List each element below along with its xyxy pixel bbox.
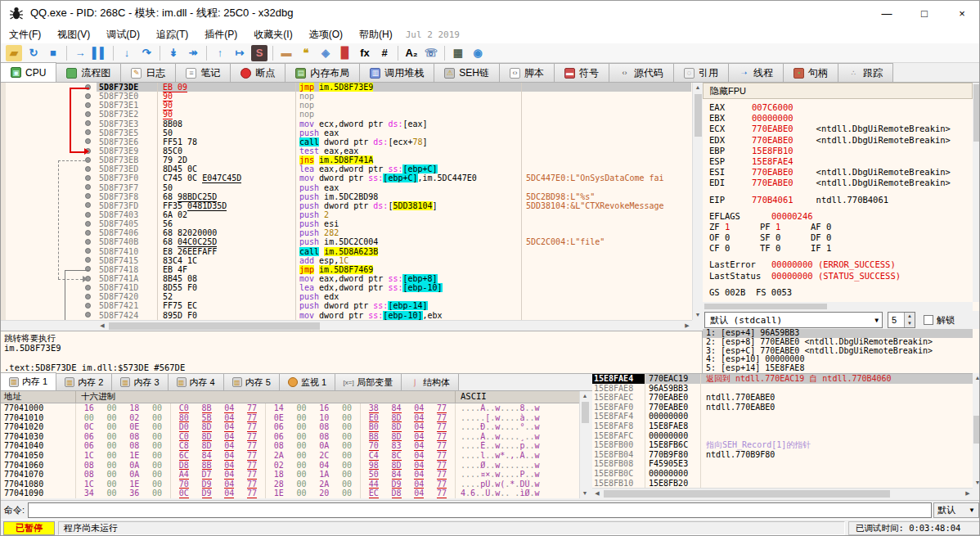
disasm-row[interactable]: 5D8F741583C4 1Cadd esp,1C <box>1 256 702 265</box>
tab-笔记[interactable]: ≡笔记 <box>175 63 231 82</box>
registers-vertical-scrollbar[interactable] <box>973 83 980 302</box>
disasm-row[interactable]: 5D8F7418EB 4Fjmp im.5D8F7469 <box>1 265 702 274</box>
disasm-row[interactable]: 5D8F73ED8D45 0Clea eax,dword ptr ss:[ebp… <box>1 164 702 173</box>
register-line[interactable]: EBX00000000 <box>709 113 973 124</box>
stack-horizontal-scrollbar[interactable]: ◀▶ <box>592 488 973 498</box>
dump-vertical-scrollbar[interactable]: ▲▼ <box>579 391 590 498</box>
stack-row[interactable]: 15E8FB04770B9F80ntdll.770B9F80 <box>592 450 973 460</box>
disasm-row[interactable]: 5D8F73E550push eax <box>1 128 702 137</box>
tab-句柄[interactable]: ▪句柄 <box>783 63 838 82</box>
tab-CPU[interactable]: ▣CPU <box>0 62 56 82</box>
comments-icon[interactable]: ❝ <box>298 45 314 61</box>
run-icon[interactable]: → <box>72 45 88 61</box>
disasm-row[interactable]: 5D8F73F868 98BDC25Dpush im.5DC2BD985DC2B… <box>1 192 702 201</box>
disasm-row[interactable]: 5D8F740668 82020000push 282 <box>1 228 702 237</box>
disasm-row[interactable]: 5D8F741D8D55 F0lea edx,dword ptr ss:[ebp… <box>1 283 702 292</box>
stack-row[interactable]: 15E8FAFC00000000 <box>592 431 973 441</box>
tab-流程图[interactable]: 流程图 <box>56 63 121 82</box>
restart-icon[interactable]: ↻ <box>25 45 42 61</box>
dump-row[interactable]: 7704101000000200805B04770E001000E08D0477… <box>1 413 579 423</box>
disasm-row[interactable]: 5D8F7410E8 26EEFAFFcall im.5D8A623B <box>1 247 702 256</box>
tab-SEH链[interactable]: ⚠SEH链 <box>434 63 500 82</box>
stack-vertical-scrollbar[interactable]: ▲▼ <box>973 373 980 488</box>
register-line[interactable]: EAX007C6000 <box>709 102 973 113</box>
menu-item-收藏夹[interactable]: 收藏夹(I) <box>245 26 300 43</box>
dump-tab-局部变量[interactable]: [x=]局部变量 <box>335 373 402 390</box>
dump-row[interactable]: 7704107008000A00A4D7047718001A0050840477… <box>1 470 579 480</box>
disasm-row[interactable]: 5D8F73E290nop <box>1 110 702 119</box>
tab-日志[interactable]: ✎日志 <box>120 63 176 82</box>
notify-icon[interactable]: ☏ <box>423 45 439 61</box>
dump-tab-内存 3[interactable]: ▥内存 3 <box>111 373 168 390</box>
register-line[interactable]: EBP15E8FB10 <box>709 146 973 156</box>
disasm-row[interactable]: 5D8F73E985C0test eax,eax <box>1 146 702 155</box>
labels-icon[interactable]: ◈ <box>317 45 334 61</box>
disasm-row[interactable]: 5D8F740556push esi <box>1 219 702 228</box>
dump-row[interactable]: 7704103006000800C08D047706000800B88D0477… <box>1 432 579 442</box>
patches-icon[interactable]: ▬ <box>278 45 294 61</box>
disasm-row[interactable]: 5D8F73E190nop <box>1 101 702 110</box>
dump-row[interactable]: 7704100016001800C08B04771400160038840477… <box>1 403 579 413</box>
disasm-row[interactable]: 5D8F73E6FF51 78call dword ptr ds:[ecx+78… <box>1 137 702 146</box>
stack-row[interactable]: 15E8FAF815E8FAE8 <box>592 421 973 431</box>
menu-item-插件[interactable]: 插件(P) <box>196 26 245 43</box>
register-line[interactable]: EDX770EABE0<ntdll.DbgUiRemoteBreakin> <box>709 135 973 146</box>
minimize-button[interactable]: — <box>868 1 906 25</box>
spin-down-icon[interactable]: ▼ <box>905 320 915 327</box>
menu-item-选项[interactable]: 选项(O) <box>301 26 351 43</box>
register-line[interactable]: ECX770EABE0<ntdll.DbgUiRemoteBreakin> <box>709 124 973 134</box>
disasm-row[interactable]: 5D8F73DEEB 09jmp im.5D8F73E9 <box>1 83 702 92</box>
menu-item-文件[interactable]: 文件(F) <box>1 26 49 43</box>
dump-tab-内存 1[interactable]: ▥内存 1 <box>0 372 56 390</box>
internet-icon[interactable]: ◉ <box>470 45 486 61</box>
calling-convention-select[interactable]: 默认 (stdcall) ▼ <box>704 312 883 328</box>
disasm-row[interactable]: 5D8F73E38B08mov ecx,dword ptr ds:[eax] <box>1 119 702 128</box>
close-button[interactable]: × <box>943 1 980 25</box>
disasm-row[interactable]: 5D8F7421FF75 ECpush dword ptr ss:[ebp-14… <box>1 301 702 310</box>
call-argument-row[interactable]: 5: [esp+14] 15E8FAE8 <box>703 364 973 373</box>
menu-item-调试[interactable]: 调试(D) <box>98 26 148 43</box>
disasm-row[interactable]: 5D8F73F0C745 0C E047C45Dmov dword ptr ss… <box>1 173 702 182</box>
shortcuts-icon[interactable]: # <box>376 45 393 61</box>
tab-引用[interactable]: ◌引用 <box>673 63 729 82</box>
menu-item-追踪[interactable]: 追踪(T) <box>148 26 196 43</box>
dump-row[interactable]: 770410801C001E0070D9047728002A0044D90477… <box>1 480 579 489</box>
tab-脚本[interactable]: ‹›脚本 <box>499 63 555 82</box>
dump-tab-结构体[interactable]: ⌡结构体 <box>401 373 459 390</box>
stack-row[interactable]: 15E8FAEC770EABE0ntdll.770EABE0 <box>592 393 973 403</box>
tab-调用堆栈[interactable]: ▥调用堆栈 <box>359 63 434 82</box>
command-input[interactable] <box>28 502 932 518</box>
register-line[interactable]: ESP15E8FAE4 <box>709 156 973 167</box>
dump-row[interactable]: 77041090340036000CD904771E002000ECD80477… <box>1 489 579 498</box>
stack-row[interactable]: 15E8FAE896A59BB3 <box>592 384 973 394</box>
call-arguments[interactable]: 1: [esp+4] 96A59BB32: [esp+8] 770EABE0 <… <box>703 329 973 373</box>
dump-row[interactable]: 7704104006000800C88D047708000A0070830477… <box>1 441 579 451</box>
register-line[interactable]: EFLAGS00000246 <box>709 211 973 222</box>
disassembly-panel[interactable]: 5D8F73DEEB 09jmp im.5D8F73E95D8F73E090no… <box>1 83 703 320</box>
tab-线程[interactable]: ➝线程 <box>728 63 784 82</box>
disasm-row[interactable]: 5D8F740B68 04C0C25Dpush im.5DC2C0045DC2C… <box>1 237 702 246</box>
register-line[interactable]: EDI770EABE0<ntdll.DbgUiRemoteBreakin> <box>709 178 973 188</box>
breakpoint-books-icon[interactable]: ▉ <box>337 45 353 61</box>
dump-row[interactable]: 7704106008000A00D88B047702000400988D0477… <box>1 461 579 471</box>
disasm-row[interactable]: 5D8F73E090nop <box>1 92 702 101</box>
run-to-user-code-icon[interactable]: ↦ <box>232 45 248 61</box>
stack-row[interactable]: 15E8FAE4770EAC19返回到 ntdll.770EAC19 自 ntd… <box>592 374 973 384</box>
execute-till-return-icon[interactable]: ↑ <box>212 45 228 61</box>
dump-row[interactable]: 770410501C001E006C8404772A002C00C48C0477… <box>1 451 579 461</box>
disasm-row[interactable]: 5D8F73FDFF35 0481D35Dpush dword ptr ds:[… <box>1 201 702 210</box>
register-line[interactable]: EIP770B4061ntdll.770B4061 <box>709 195 973 205</box>
disasm-vertical-scrollbar[interactable]: ▲▼ <box>692 83 703 320</box>
disasm-row[interactable]: 5D8F7424895D F0mov dword ptr ss:[ebp-10]… <box>1 311 702 320</box>
pause-icon[interactable]: ▌▌ <box>92 45 108 61</box>
menu-item-帮助[interactable]: 帮助(H) <box>351 26 401 43</box>
disasm-row[interactable]: 5D8F74036A 02push 2 <box>1 210 702 219</box>
register-line[interactable]: GS 002B FS 0053 <box>709 287 973 298</box>
register-line[interactable]: CF 0TF 0IF 1 <box>709 243 973 254</box>
dump-tab-内存 4[interactable]: ▥内存 4 <box>168 373 224 390</box>
command-profile-select[interactable]: 默认 ▼ <box>933 502 979 518</box>
animate-into-icon[interactable]: ↡ <box>165 45 182 61</box>
dump-tab-内存 5[interactable]: ▥内存 5 <box>223 373 280 390</box>
spin-up-icon[interactable]: ▲ <box>905 313 915 320</box>
stack-row[interactable]: 15E8FAF400000000 <box>592 412 973 421</box>
